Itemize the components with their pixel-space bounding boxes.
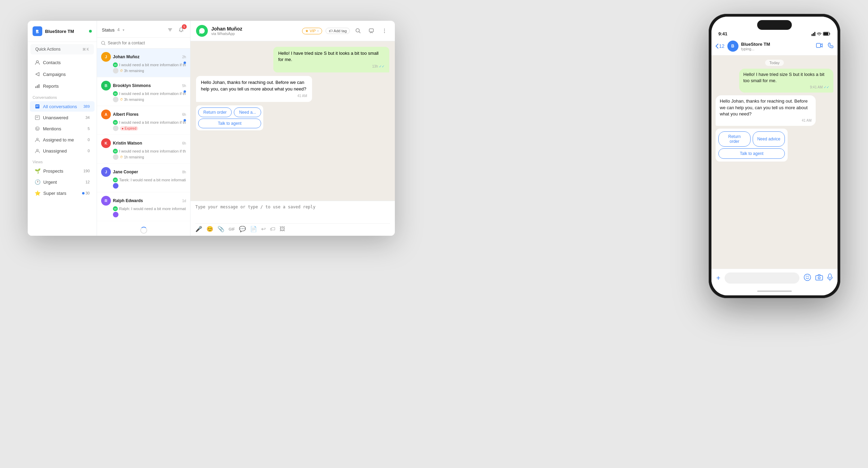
iphone-container: 9:41 xyxy=(709,14,840,298)
chat-messages: Hello! I have tried size S but it looks … xyxy=(191,41,395,201)
conv-item-all[interactable]: All conversations 389 xyxy=(30,101,95,112)
desktop-app-window: BlueStore TM Quick Actions ⌘ K Contacts xyxy=(28,21,395,236)
iphone-msg-text-2: Hello Johan, thanks for reaching out. Be… xyxy=(720,98,812,117)
iphone-camera-btn[interactable] xyxy=(815,274,823,282)
wa-icon-3: W xyxy=(113,120,118,125)
iphone-back-btn[interactable]: 12 xyxy=(716,43,725,49)
chat-options-btn[interactable] xyxy=(366,26,376,36)
conv-entry-5[interactable]: J Jane Cooper 8h W Tarek: I would need a… xyxy=(97,164,190,192)
emoji-icon[interactable]: 😊 xyxy=(206,226,213,232)
conv-item-assigned[interactable]: Assigned to me 0 xyxy=(30,135,95,145)
time-5: 8h xyxy=(182,170,186,174)
unread-dot-3 xyxy=(184,119,186,122)
iphone-qr-return-order-btn[interactable]: Return order xyxy=(718,131,751,147)
template-icon[interactable]: 💬 xyxy=(239,226,246,232)
conv-entry-1[interactable]: J Johan Muñoz 2h W I would need a bit mo… xyxy=(97,49,190,77)
gif-icon[interactable]: GIF xyxy=(229,227,235,231)
iphone-video-btn[interactable] xyxy=(816,43,823,50)
timer-text-2: ⏱ 3h remaining xyxy=(120,98,144,102)
label-icon[interactable]: 🏷 xyxy=(270,226,275,232)
add-tag-btn[interactable]: 🏷 Add tag xyxy=(326,28,350,34)
avatar-4: K xyxy=(101,138,111,148)
search-bar xyxy=(97,38,190,49)
bar1 xyxy=(812,34,813,36)
mentions-label: Mentions xyxy=(43,126,85,131)
preview-4: W I would need a bit more information if… xyxy=(101,149,186,154)
unanswered-badge: 34 xyxy=(86,115,90,120)
image-icon[interactable]: 🖼 xyxy=(280,226,285,232)
iphone-plus-btn[interactable]: + xyxy=(716,274,720,282)
superstars-icon: ⭐ xyxy=(35,190,41,196)
vip-remove-btn[interactable]: × xyxy=(317,29,319,33)
sidebar: BlueStore TM Quick Actions ⌘ K Contacts xyxy=(28,21,97,236)
chat-input[interactable] xyxy=(195,205,390,222)
timer-avatar-5 xyxy=(113,183,118,189)
view-item-urgent[interactable]: 🕐 Urgent 12 xyxy=(30,177,95,187)
mic-icon[interactable]: 🎤 xyxy=(195,226,202,232)
bell-btn[interactable]: 5 xyxy=(177,26,185,34)
status-dropdown-arrow[interactable]: ▾ xyxy=(123,28,124,32)
more-options-btn[interactable] xyxy=(380,26,389,36)
all-conv-icon xyxy=(35,104,40,109)
views-section-label: Views xyxy=(28,156,97,165)
iphone-qr-talk-agent-btn[interactable]: Talk to agent xyxy=(718,148,785,159)
prospects-badge: 190 xyxy=(83,169,90,173)
quick-actions-shortcut: ⌘ K xyxy=(82,47,89,51)
qr-talk-agent-btn[interactable]: Talk to agent xyxy=(198,119,261,128)
chat-header: Johan Muñoz via WhatsApp ★ VIP × 🏷 Add t… xyxy=(191,21,395,41)
iphone-mic-btn[interactable] xyxy=(827,274,833,283)
view-item-prospects[interactable]: 🌱 Prospects 190 xyxy=(30,166,95,176)
app-name-label: BlueStore TM xyxy=(45,29,86,34)
quick-actions-btn[interactable]: Quick Actions ⌘ K xyxy=(30,44,94,54)
iphone-input-bar: + xyxy=(711,269,838,287)
all-conv-badge: 389 xyxy=(83,104,90,109)
conv-item-unassigned[interactable]: Unassigned 0 xyxy=(30,146,95,156)
superstars-dot xyxy=(82,192,85,194)
msg-text-1: Hello! I have tried size S but it looks … xyxy=(278,50,384,63)
svg-point-15 xyxy=(384,32,385,33)
conv-entry-6[interactable]: R Ralph Edwards 1d W Ralph: I would need… xyxy=(97,192,190,221)
qr-need-advice-btn[interactable]: Need a... xyxy=(234,107,261,117)
list-options-btn[interactable] xyxy=(166,26,174,34)
iphone-sticker-btn[interactable] xyxy=(804,274,811,283)
conv-entry-4[interactable]: K Kristin Watson 6h W I would need a bit… xyxy=(97,135,190,164)
iphone-contact-status: typing... xyxy=(741,47,813,51)
iphone-contact-info: BlueStore TM typing... xyxy=(741,42,813,51)
conv-entry-3[interactable]: A Albert Flores 6h W I would need a bit … xyxy=(97,106,190,135)
view-item-superstars[interactable]: ⭐ Super stars 30 xyxy=(30,188,95,198)
iphone-call-btn[interactable] xyxy=(828,43,833,50)
wa-icon-5: W xyxy=(113,177,118,182)
attach-icon[interactable]: 📎 xyxy=(218,226,224,232)
conv-item-unanswered[interactable]: Unanswered 34 xyxy=(30,112,95,123)
svg-point-16 xyxy=(819,35,820,36)
back-count: 12 xyxy=(719,43,725,49)
sidebar-item-campaigns[interactable]: Campaigns xyxy=(30,69,95,80)
time-2: 5h xyxy=(182,84,186,88)
iphone-qr-need-advice-btn[interactable]: Need advice xyxy=(753,131,785,147)
wifi-icon xyxy=(817,32,822,36)
msg-time-1: 13h ✓✓ xyxy=(278,64,384,69)
search-input[interactable] xyxy=(108,41,186,45)
bar3 xyxy=(814,32,815,36)
timer-avatar-6 xyxy=(113,212,118,217)
conv-entry-2[interactable]: B Brooklyn Simmons 5h W I would need a b… xyxy=(97,77,190,106)
tag-icon: 🏷 xyxy=(329,29,333,33)
sidebar-item-contacts[interactable]: Contacts xyxy=(30,57,95,68)
mentions-icon xyxy=(35,126,40,131)
search-chat-btn[interactable] xyxy=(353,26,363,36)
conv-item-mentions[interactable]: Mentions 5 xyxy=(30,123,95,134)
file-icon[interactable]: 📄 xyxy=(250,226,257,232)
iphone-home-indicator xyxy=(711,287,838,295)
qr-return-order-btn[interactable]: Return order xyxy=(198,107,232,117)
contact-name-4: Kristin Watson xyxy=(113,141,180,146)
unassigned-badge: 0 xyxy=(88,149,90,153)
reply-icon[interactable]: ↩ xyxy=(261,226,266,232)
iphone-text-input[interactable] xyxy=(725,272,799,284)
sidebar-item-reports[interactable]: Reports xyxy=(30,80,95,92)
svg-point-8 xyxy=(37,138,38,140)
svg-point-13 xyxy=(384,29,385,29)
svg-rect-4 xyxy=(38,84,39,88)
timer-row-1: ⏱ 3h remaining xyxy=(101,68,186,73)
timer-avatar-1 xyxy=(113,68,118,73)
avatar-1: J xyxy=(101,52,111,62)
